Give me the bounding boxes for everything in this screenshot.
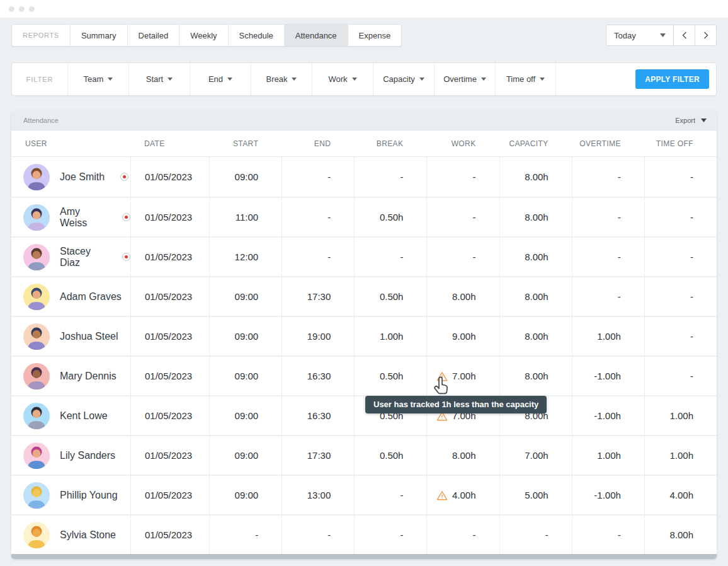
start-cell: 09:00 xyxy=(209,317,282,355)
avatar xyxy=(23,323,50,350)
table-row[interactable]: Sylvia Stone 01/05/2023 - - - - - - 8.00… xyxy=(11,514,717,554)
window-control-dot xyxy=(19,6,25,12)
caret-down-icon xyxy=(419,78,424,81)
warning-icon[interactable] xyxy=(436,490,448,500)
filter-break-dropdown[interactable]: Break xyxy=(251,63,312,95)
capacity-cell: 8.00h xyxy=(499,317,572,355)
column-header-end[interactable]: END xyxy=(282,139,354,148)
user-cell: Joe Smith xyxy=(11,157,130,197)
timeoff-cell: - xyxy=(644,157,717,197)
break-cell: 0.50h xyxy=(354,198,426,236)
capacity-cell: 8.00h xyxy=(499,198,572,236)
user-name: Kent Lowe xyxy=(60,410,108,422)
start-cell: 09:00 xyxy=(209,436,282,475)
table-row[interactable]: Joshua Steel 01/05/2023 09:00 19:00 1.00… xyxy=(11,316,717,355)
table-row[interactable]: Adam Graves 01/05/2023 09:00 17:30 0.50h… xyxy=(11,276,717,316)
work-cell: - xyxy=(426,198,499,236)
start-cell: 09:00 xyxy=(209,357,282,395)
table-title: Attendance xyxy=(23,117,59,124)
filter-capacity-dropdown[interactable]: Capacity xyxy=(373,63,434,95)
live-tracking-indicator-icon xyxy=(122,213,130,221)
filter-overtime-dropdown[interactable]: Overtime xyxy=(434,63,495,95)
tab-summary[interactable]: Summary xyxy=(70,25,127,46)
end-cell: 16:30 xyxy=(282,357,354,395)
user-name: Joshua Steel xyxy=(60,331,118,342)
filter-team-label: Team xyxy=(84,74,104,84)
overtime-cell: - xyxy=(572,157,644,197)
table-row[interactable]: Joe Smith 01/05/2023 09:00 - - - 8.00h -… xyxy=(11,157,717,197)
work-cell: 8.00h xyxy=(426,277,499,316)
column-header-break[interactable]: BREAK xyxy=(354,139,426,148)
table-row[interactable]: Phillip Young 01/05/2023 09:00 13:00 - 4… xyxy=(11,475,717,514)
table-row[interactable]: Stacey Diaz 01/05/2023 12:00 - - - 8.00h… xyxy=(11,236,717,276)
table-row[interactable]: Mary Dennis 01/05/2023 09:00 16:30 0.50h… xyxy=(11,355,717,395)
reports-label: REPORTS xyxy=(12,25,70,46)
date-cell: 01/05/2023 xyxy=(130,357,209,395)
tab-attendance[interactable]: Attendance xyxy=(284,25,348,46)
caret-down-icon xyxy=(168,78,173,81)
user-cell: Kent Lowe xyxy=(11,396,130,435)
capacity-warning-tooltip: User has tracked 1h less than the capaci… xyxy=(365,396,547,413)
timeoff-cell: 1.00h xyxy=(644,436,717,475)
date-cell: 01/05/2023 xyxy=(130,476,209,514)
break-cell: 1.00h xyxy=(354,317,426,355)
filter-overtime-label: Overtime xyxy=(443,74,477,84)
avatar xyxy=(23,284,50,310)
filter-work-dropdown[interactable]: Work xyxy=(312,63,373,95)
column-header-user[interactable]: USER xyxy=(11,139,130,148)
table-row[interactable]: Lily Sanders 01/05/2023 09:00 17:30 0.50… xyxy=(11,435,717,475)
reports-tabbar: REPORTS Summary Detailed Weekly Schedule… xyxy=(11,24,402,47)
avatar xyxy=(23,482,50,509)
apply-filter-button[interactable]: APPLY FILTER xyxy=(635,69,709,89)
horizontal-scrollbar[interactable] xyxy=(11,554,717,559)
end-cell: 13:00 xyxy=(282,476,354,514)
end-cell: 17:30 xyxy=(282,277,354,316)
caret-down-icon xyxy=(227,78,232,81)
tab-schedule[interactable]: Schedule xyxy=(228,25,284,46)
tab-weekly[interactable]: Weekly xyxy=(179,25,227,46)
work-cell: - xyxy=(426,157,499,197)
start-cell: 09:00 xyxy=(209,277,282,316)
prev-date-button[interactable] xyxy=(674,25,695,46)
person-avatar-illustration xyxy=(23,204,50,231)
filter-team-dropdown[interactable]: Team xyxy=(67,63,128,95)
tab-expense[interactable]: Expense xyxy=(348,25,402,46)
work-value: - xyxy=(473,212,476,222)
user-name: Stacey Diaz xyxy=(60,246,106,269)
filter-start-dropdown[interactable]: Start xyxy=(128,63,190,95)
overtime-cell: - xyxy=(572,198,644,236)
attendance-table: Attendance Export USER DATE START END BR… xyxy=(11,111,717,559)
person-avatar-illustration xyxy=(23,403,50,429)
avatar xyxy=(23,164,50,190)
work-cell: - xyxy=(426,516,499,554)
column-header-overtime[interactable]: OVERTIME xyxy=(572,139,644,148)
next-date-button[interactable] xyxy=(695,25,717,46)
export-label: Export xyxy=(675,117,695,124)
table-row[interactable]: Kent Lowe 01/05/2023 09:00 16:30 0.50h 7… xyxy=(11,395,717,435)
filter-end-label: End xyxy=(208,74,223,84)
filter-start-label: Start xyxy=(146,74,163,84)
overtime-cell: - xyxy=(572,238,644,276)
column-header-start[interactable]: START xyxy=(209,139,282,148)
date-range-select[interactable]: Today xyxy=(606,25,674,46)
work-value: 7.00h xyxy=(452,371,476,381)
column-header-timeoff[interactable]: TIME OFF xyxy=(644,139,717,148)
avatar xyxy=(23,522,50,548)
export-dropdown[interactable]: Export xyxy=(675,117,707,124)
column-header-capacity[interactable]: CAPACITY xyxy=(499,139,572,148)
column-header-date[interactable]: DATE xyxy=(130,139,209,148)
table-header-row: USER DATE START END BREAK WORK CAPACITY … xyxy=(11,130,717,157)
user-cell: Mary Dennis xyxy=(11,357,130,395)
filter-timeoff-dropdown[interactable]: Time off xyxy=(495,63,556,95)
tab-detailed[interactable]: Detailed xyxy=(127,25,179,46)
filter-end-dropdown[interactable]: End xyxy=(190,63,251,95)
column-header-work[interactable]: WORK xyxy=(426,139,499,148)
table-row[interactable]: Amy Weiss 01/05/2023 11:00 - 0.50h - 8.0… xyxy=(11,197,717,236)
capacity-cell: 7.00h xyxy=(499,436,572,475)
break-cell: 0.50h xyxy=(354,436,426,475)
user-name: Amy Weiss xyxy=(60,206,106,229)
end-cell: - xyxy=(282,238,354,276)
toolbar-row: REPORTS Summary Detailed Weekly Schedule… xyxy=(11,24,717,47)
user-name: Mary Dennis xyxy=(60,371,117,382)
browser-chrome xyxy=(0,0,728,18)
